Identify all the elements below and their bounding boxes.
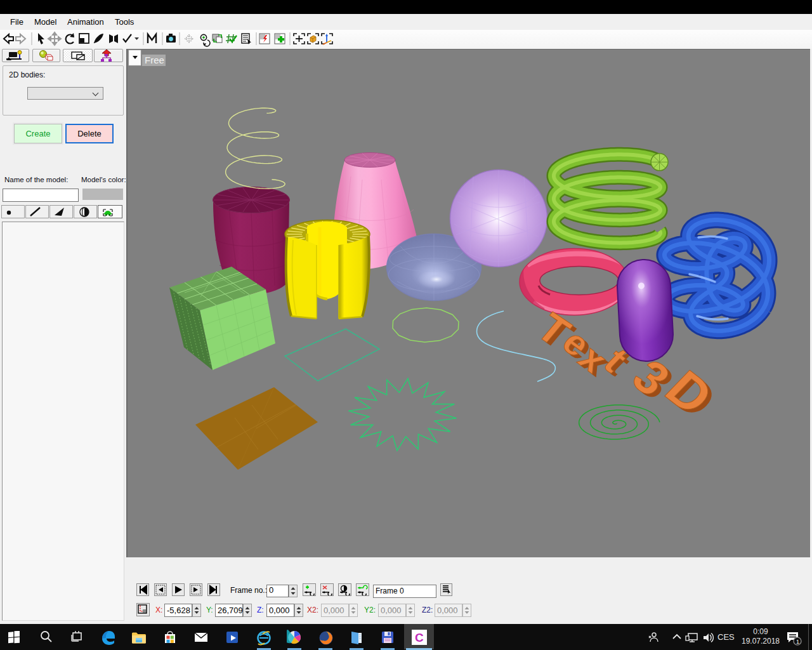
svg-text:C: C [415,631,424,644]
svg-text:Free: Free [145,55,164,65]
svg-text:1: 1 [796,639,799,645]
